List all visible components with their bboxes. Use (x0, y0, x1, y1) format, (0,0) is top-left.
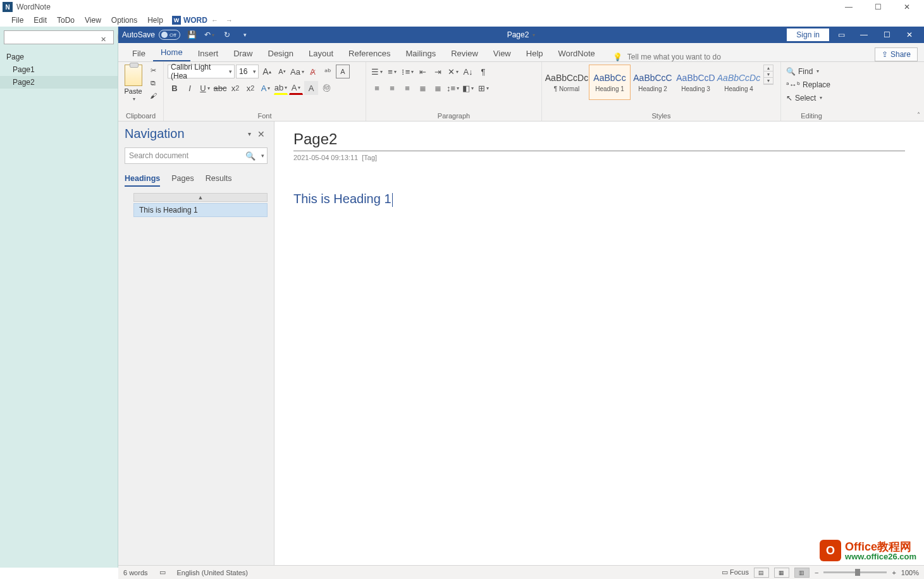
shrink-font-icon[interactable]: A▾ (275, 65, 289, 78)
style-heading-2[interactable]: AaBbCcCHeading 2 (632, 65, 674, 100)
phonetic-icon[interactable]: ᵃᵇ (321, 65, 335, 78)
font-size-combo[interactable]: 16▾ (236, 65, 259, 78)
tab-help[interactable]: Help (519, 45, 551, 61)
ribbon-display-icon[interactable]: ▭ (830, 28, 852, 42)
styles-gallery[interactable]: AaBbCcDc¶ NormalAaBbCcHeading 1AaBbCcCHe… (546, 65, 760, 100)
text-effects-icon[interactable]: A▾ (259, 81, 273, 95)
subscript-button[interactable]: x2 (228, 81, 242, 95)
superscript-button[interactable]: x2 (243, 81, 257, 95)
tab-home[interactable]: Home (153, 44, 190, 61)
tab-view[interactable]: View (486, 45, 519, 61)
justify-icon[interactable]: ≣ (416, 81, 429, 95)
word-maximize-button[interactable]: ☐ (876, 28, 897, 42)
sort-icon[interactable]: A↓ (461, 65, 475, 78)
highlight-icon[interactable]: ab▾ (274, 81, 288, 95)
zoom-out-icon[interactable]: − (815, 569, 818, 576)
tree-root[interactable]: Page (0, 51, 118, 63)
nav-jump-top[interactable]: ▲ (133, 193, 268, 202)
search-options-icon[interactable]: ▾ (261, 153, 264, 159)
change-case-icon[interactable]: Aa▾ (290, 65, 304, 78)
nav-back-icon[interactable]: ← (207, 16, 222, 24)
replace-button[interactable]: ᵃ↔ᵇReplace (785, 78, 832, 91)
align-right-icon[interactable]: ≡ (400, 81, 414, 95)
language-status[interactable]: English (United States) (177, 569, 249, 576)
bold-button[interactable]: B (168, 81, 182, 95)
distributed-icon[interactable]: ≣ (431, 81, 445, 95)
increase-indent-icon[interactable]: ⇥ (431, 65, 445, 78)
autosave-toggle[interactable]: AutoSave Off (122, 30, 180, 40)
enclose-char-icon[interactable]: ㊞ (319, 81, 333, 95)
nav-tab-results[interactable]: Results (206, 171, 232, 187)
tab-insert[interactable]: Insert (190, 45, 226, 61)
italic-button[interactable]: I (183, 81, 197, 95)
share-button[interactable]: ⇪ Share (875, 47, 918, 61)
tree-item-page2[interactable]: Page2 (0, 76, 118, 89)
menu-view[interactable]: View (80, 15, 106, 26)
shading-icon[interactable]: ◧▾ (461, 81, 475, 95)
show-marks-icon[interactable]: ¶ (476, 65, 490, 78)
save-icon[interactable]: 💾 (185, 28, 198, 41)
close-button[interactable]: ✕ (892, 0, 921, 14)
wordnote-search-input[interactable] (4, 30, 114, 44)
styles-more-button[interactable]: ▴▾▾ (763, 65, 773, 85)
zoom-level[interactable]: 100% (901, 569, 919, 576)
tab-design[interactable]: Design (261, 45, 301, 61)
decrease-indent-icon[interactable]: ⇤ (416, 65, 429, 78)
font-color-icon[interactable]: A▾ (289, 81, 303, 95)
undo-icon[interactable]: ↶▾ (203, 28, 216, 41)
word-count[interactable]: 6 words (123, 569, 148, 576)
tree-item-page1[interactable]: Page1 (0, 63, 118, 76)
heading-1-text[interactable]: This is Heading 1 (293, 192, 393, 207)
style--normal[interactable]: AaBbCcDc¶ Normal (546, 65, 588, 100)
clear-format-icon[interactable]: A̷ (305, 65, 319, 78)
select-button[interactable]: ↖Select▾ (785, 91, 823, 104)
nav-close-icon[interactable]: ✕ (255, 129, 268, 139)
underline-button[interactable]: U▾ (198, 81, 212, 95)
align-left-icon[interactable]: ≡ (370, 81, 384, 95)
numbering-icon[interactable]: ≡▾ (385, 65, 399, 78)
tab-wordnote[interactable]: WordNote (551, 45, 603, 61)
menu-help[interactable]: Help (142, 15, 168, 26)
document-canvas[interactable]: Page2 2021-05-04 09:13:11 [Tag] This is … (274, 121, 924, 568)
web-layout-icon[interactable]: ▥ (794, 568, 810, 578)
word-minimize-button[interactable]: — (853, 28, 875, 42)
style-heading-1[interactable]: AaBbCcHeading 1 (589, 65, 631, 100)
grow-font-icon[interactable]: A▴ (260, 65, 274, 78)
clear-search-icon[interactable]: ✕ (101, 35, 106, 44)
tab-file[interactable]: File (125, 45, 153, 61)
font-name-combo[interactable]: Calibri Light (Hea▾ (168, 65, 235, 78)
print-layout-icon[interactable]: ▦ (774, 568, 789, 578)
nav-tab-headings[interactable]: Headings (125, 171, 160, 187)
strike-button[interactable]: abc (213, 81, 227, 95)
tab-review[interactable]: Review (443, 45, 486, 61)
align-center-icon[interactable]: ≡ (385, 81, 399, 95)
zoom-slider[interactable] (823, 571, 887, 573)
menu-edit[interactable]: Edit (28, 15, 52, 26)
read-mode-icon[interactable]: ▤ (754, 568, 769, 578)
cut-icon[interactable]: ✂ (147, 65, 159, 76)
nav-dropdown-icon[interactable]: ▾ (248, 130, 251, 137)
nav-heading-item[interactable]: This is Heading 1 (133, 203, 268, 217)
word-close-button[interactable]: ✕ (899, 28, 920, 42)
page-title[interactable]: Page2 (293, 130, 905, 151)
search-icon[interactable]: 🔍 (245, 151, 256, 161)
find-button[interactable]: 🔍Find▾ (785, 65, 820, 78)
qat-customize-icon[interactable]: ▾ (238, 28, 251, 41)
spelling-icon[interactable]: ▭ (159, 568, 166, 576)
tab-mailings[interactable]: Mailings (398, 45, 444, 61)
multilevel-icon[interactable]: ⫶≡▾ (400, 65, 414, 78)
tab-references[interactable]: References (341, 45, 398, 61)
bullets-icon[interactable]: ☰▾ (370, 65, 384, 78)
asian-layout-icon[interactable]: ✕▾ (446, 65, 460, 78)
nav-fwd-icon[interactable]: → (222, 16, 237, 24)
style-heading-3[interactable]: AaBbCcDHeading 3 (675, 65, 717, 100)
copy-icon[interactable]: ⧉ (147, 77, 159, 89)
style-heading-4[interactable]: AaBbCcDcHeading 4 (718, 65, 760, 100)
redo-icon[interactable]: ↻ (221, 28, 233, 41)
minimize-button[interactable]: — (834, 0, 863, 14)
nav-search-input[interactable]: Search document 🔍 ▾ (125, 147, 268, 164)
zoom-in-icon[interactable]: + (892, 569, 896, 576)
menu-todo[interactable]: ToDo (52, 15, 80, 26)
title-dropdown-icon[interactable]: ▾ (533, 32, 535, 38)
nav-tab-pages[interactable]: Pages (171, 171, 194, 187)
